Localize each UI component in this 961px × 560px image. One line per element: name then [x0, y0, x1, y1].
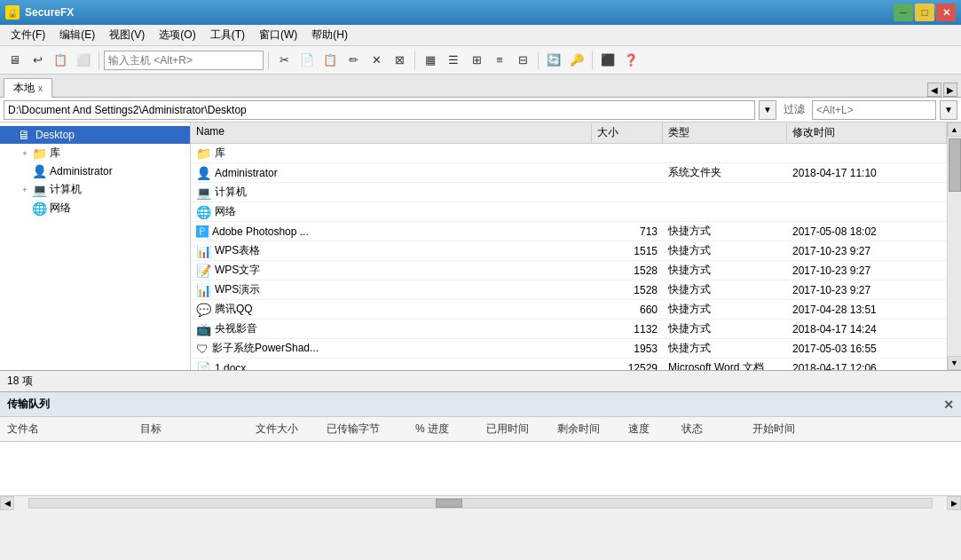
- toolbar-sep-1: [98, 51, 99, 69]
- toolbar-key[interactable]: 🔑: [566, 50, 587, 71]
- maximize-button[interactable]: □: [915, 4, 934, 21]
- file-name: 库: [215, 146, 225, 161]
- menu-edit[interactable]: 编辑(E): [52, 26, 102, 44]
- bottom-scrollbar-track: [28, 498, 933, 509]
- scroll-up-button[interactable]: ▲: [948, 122, 962, 137]
- file-cell-size: [592, 183, 663, 201]
- transfer-queue-title: 传输队列: [7, 397, 50, 412]
- path-input[interactable]: [4, 100, 755, 120]
- toolbar-view3[interactable]: ⊞: [466, 50, 487, 71]
- desktop-icon: 🖥: [18, 128, 32, 142]
- tree-expand-network[interactable]: [18, 201, 32, 216]
- file-cell-size: 1515: [592, 241, 663, 260]
- toolbar-cut[interactable]: ✂: [273, 50, 295, 71]
- menu-tools[interactable]: 工具(T): [203, 26, 252, 44]
- tab-local[interactable]: 本地 x: [4, 78, 52, 98]
- table-row[interactable]: 📺 央视影音 1132 快捷方式 2018-04-17 14:24: [191, 319, 947, 339]
- table-row[interactable]: 🌐 网络: [191, 202, 947, 222]
- toolbar-btn-4[interactable]: ⬜: [73, 50, 94, 71]
- tab-close-button[interactable]: x: [38, 83, 43, 93]
- toolbar-rename[interactable]: ✏: [343, 50, 364, 71]
- file-cell-name: 👤 Administrator: [191, 163, 592, 182]
- table-row[interactable]: 📝 WPS文字 1528 快捷方式 2017-10-23 9:27: [191, 261, 947, 280]
- tab-nav: ◀ ▶: [927, 83, 957, 97]
- table-row[interactable]: 👤 Administrator 系统文件夹 2018-04-17 11:10: [191, 163, 947, 183]
- scroll-left-button[interactable]: ◀: [0, 496, 14, 510]
- menu-window[interactable]: 窗口(W): [252, 26, 304, 44]
- path-dropdown-button[interactable]: ▼: [759, 100, 776, 120]
- file-cell-size: [592, 163, 663, 182]
- close-button[interactable]: ✕: [936, 4, 956, 21]
- bottom-scrollbar[interactable]: ◀ ▶: [0, 495, 961, 509]
- table-row[interactable]: 📁 库: [191, 144, 947, 163]
- scroll-thumb[interactable]: [949, 138, 961, 192]
- toolbar-view2[interactable]: ☰: [443, 50, 464, 71]
- tab-prev-button[interactable]: ◀: [927, 83, 941, 97]
- table-row[interactable]: 🛡 影子系统PowerShad... 1953 快捷方式 2017-05-03 …: [191, 339, 947, 359]
- toolbar-stop[interactable]: ⊠: [389, 50, 410, 71]
- folder-icon-library: 📁: [32, 146, 46, 161]
- file-cell-modified: [787, 202, 947, 221]
- tree-expand-desktop[interactable]: [4, 128, 18, 142]
- table-row[interactable]: 💬 腾讯QQ 660 快捷方式 2017-04-28 13:51: [191, 300, 947, 319]
- header-modified[interactable]: 修改时间: [787, 122, 947, 143]
- toolbar-transfer[interactable]: ⬛: [597, 50, 618, 71]
- toolbar-view4[interactable]: ≡: [489, 50, 510, 71]
- file-cell-modified: 2017-04-28 13:51: [787, 300, 947, 319]
- toolbar-sep-4: [538, 51, 539, 69]
- transfer-queue-body: [0, 442, 961, 495]
- table-row[interactable]: 📊 WPS演示 1528 快捷方式 2017-10-23 9:27: [191, 280, 947, 300]
- header-size[interactable]: 大小: [592, 122, 663, 143]
- file-icon: 🛡: [196, 342, 209, 356]
- tree-item-computer[interactable]: + 💻 计算机: [0, 180, 190, 199]
- header-type[interactable]: 类型: [663, 122, 787, 143]
- right-scrollbar[interactable]: ▲ ▼: [947, 122, 961, 370]
- table-row[interactable]: 📄 1.docx 12529 Microsoft Word 文档 2018-04…: [191, 359, 947, 370]
- transfer-col-transferred: 已传输字节: [319, 422, 408, 437]
- file-cell-modified: 2017-10-23 9:27: [787, 241, 947, 260]
- transfer-close-button[interactable]: ✕: [943, 398, 954, 412]
- toolbar-view5[interactable]: ⊟: [512, 50, 533, 71]
- filter-input[interactable]: [812, 100, 936, 120]
- title-bar-left: 🔒 SecureFX: [5, 5, 74, 20]
- scroll-down-button[interactable]: ▼: [948, 356, 962, 370]
- menu-help[interactable]: 帮助(H): [304, 26, 355, 44]
- tree-item-administrator[interactable]: 👤 Administrator: [0, 162, 190, 180]
- table-row[interactable]: 🅿 Adobe Photoshop ... 713 快捷方式 2017-05-0…: [191, 222, 947, 241]
- tree-label-administrator: Administrator: [50, 165, 113, 177]
- toolbar-help[interactable]: ❓: [620, 50, 642, 71]
- file-cell-type: 快捷方式: [663, 261, 787, 280]
- tree-expand-computer[interactable]: +: [18, 183, 32, 197]
- toolbar-paste[interactable]: 📋: [319, 50, 341, 71]
- table-row[interactable]: 💻 计算机: [191, 183, 947, 202]
- tab-next-button[interactable]: ▶: [943, 83, 957, 97]
- header-name[interactable]: Name: [191, 122, 592, 143]
- toolbar-copy[interactable]: 📄: [296, 50, 318, 71]
- window-controls[interactable]: ─ □ ✕: [894, 4, 956, 21]
- menu-view[interactable]: 视图(V): [102, 26, 152, 44]
- toolbar-btn-2[interactable]: ↩: [27, 50, 48, 71]
- scroll-right-button[interactable]: ▶: [947, 496, 961, 510]
- tree-item-desktop[interactable]: 🖥 Desktop: [0, 126, 190, 144]
- menu-file[interactable]: 文件(F): [4, 26, 52, 44]
- tree-item-network[interactable]: 🌐 网络: [0, 199, 190, 217]
- table-row[interactable]: 📊 WPS表格 1515 快捷方式 2017-10-23 9:27: [191, 241, 947, 261]
- tree-item-library[interactable]: + 📁 库: [0, 144, 190, 162]
- minimize-button[interactable]: ─: [894, 4, 913, 21]
- file-cell-modified: 2018-04-17 11:10: [787, 163, 947, 182]
- file-cell-size: 713: [592, 222, 663, 241]
- toolbar-btn-1[interactable]: 🖥: [4, 50, 25, 71]
- tree-expand-library[interactable]: +: [18, 146, 32, 161]
- menu-options[interactable]: 选项(O): [152, 26, 202, 44]
- host-input[interactable]: [104, 51, 264, 70]
- toolbar-delete[interactable]: ✕: [366, 50, 387, 71]
- toolbar-view1[interactable]: ▦: [420, 50, 441, 71]
- file-cell-type: 快捷方式: [663, 241, 787, 260]
- toolbar-sync[interactable]: 🔄: [543, 50, 564, 71]
- tree-expand-administrator[interactable]: [18, 164, 32, 178]
- toolbar-btn-3[interactable]: 📋: [50, 50, 71, 71]
- file-cell-type: 快捷方式: [663, 300, 787, 319]
- transfer-col-starttime: 开始时间: [745, 422, 961, 437]
- filter-dropdown-button[interactable]: ▼: [940, 100, 957, 120]
- bottom-scrollbar-thumb[interactable]: [436, 499, 462, 508]
